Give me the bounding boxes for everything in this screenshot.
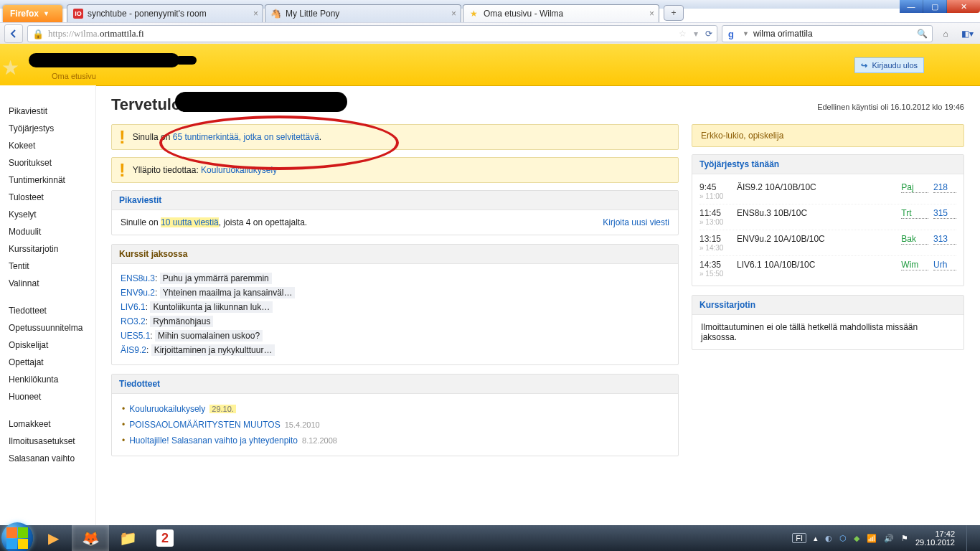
tab-synchtube[interactable]: IO synchtube - ponenyymit's room × xyxy=(67,4,263,22)
google-search-engine-icon[interactable]: g xyxy=(727,28,738,39)
sidebar-item[interactable]: Opettajat xyxy=(0,354,95,371)
start-button[interactable] xyxy=(0,525,34,551)
tray-show-hidden-icon[interactable]: ▴ xyxy=(814,534,818,543)
sidebar-item[interactable]: Suoritukset xyxy=(0,154,95,171)
schedule-end: » 14:30 xyxy=(699,244,737,252)
course-title: Yhteinen maailma ja kansainväl… xyxy=(160,287,296,298)
sidebar-item[interactable]: Lomakkeet xyxy=(0,415,95,433)
sidebar-item[interactable]: Pikaviestit xyxy=(0,103,95,120)
close-icon[interactable]: × xyxy=(451,9,456,19)
announcement-link[interactable]: Kouluruokailukysely xyxy=(129,404,205,414)
taskbar-media-player[interactable]: ▶ xyxy=(34,525,72,551)
course-code-link[interactable]: ENS8u.3 xyxy=(121,273,155,283)
sidebar-item[interactable]: Kyselyt xyxy=(0,206,95,223)
alert-admin-link[interactable]: Kouluruokailukysely xyxy=(201,165,277,175)
schedule-teacher-link[interactable]: Wim xyxy=(901,260,928,270)
sidebar-item[interactable]: Ilmoitusasetukset xyxy=(0,433,95,450)
back-button[interactable] xyxy=(4,24,23,43)
new-tab-button[interactable]: + xyxy=(664,5,684,21)
schedule-course: ENV9u.2 10A/10B/10C xyxy=(737,234,901,244)
sidebar-item[interactable]: Kurssitarjotin xyxy=(0,240,95,258)
wilma-logo-star-icon: ★ xyxy=(1,56,19,80)
tray-icon[interactable]: ◆ xyxy=(854,534,859,543)
tab-mlp[interactable]: 🐴 My Little Pony × xyxy=(265,4,461,22)
schedule-room-link[interactable]: 218 xyxy=(933,182,956,193)
tray-icon[interactable]: ◐ xyxy=(825,534,832,543)
course-code-link[interactable]: RO3.2 xyxy=(121,316,146,326)
logout-button[interactable]: ↪ Kirjaudu ulos xyxy=(854,57,924,73)
navbar: 🔒 https://wilma.orimattila.fi ☆ ▾ ⟳ g ▼ … xyxy=(0,22,980,45)
taskbar-firefox[interactable]: 🦊 xyxy=(72,525,109,551)
logout-label: Kirjaudu ulos xyxy=(872,61,918,70)
firefox-menu-button[interactable]: Firefox ▼ xyxy=(3,5,62,22)
search-icon[interactable]: 🔍 xyxy=(917,29,928,39)
schedule-end: » 15:50 xyxy=(699,270,737,278)
reload-icon[interactable]: ⟳ xyxy=(705,29,712,39)
sidebar-item[interactable]: Henkilökunta xyxy=(0,371,95,388)
sidebar-item[interactable]: Huoneet xyxy=(0,388,95,405)
tray-flag-icon[interactable]: ⚑ xyxy=(901,534,908,543)
tab-wilma[interactable]: ★ Oma etusivu - Wilma × xyxy=(463,4,659,22)
sidebar-item[interactable]: Salasanan vaihto xyxy=(0,450,95,467)
taskbar-explorer[interactable]: 📁 xyxy=(109,525,146,551)
sidebar-item[interactable]: Opetussuunnitelma xyxy=(0,319,95,336)
sidebar-item[interactable]: Moduulit xyxy=(0,223,95,240)
tray-volume-icon[interactable]: 🔊 xyxy=(884,534,894,543)
tray-icon[interactable]: ⬡ xyxy=(839,534,847,543)
arrow-left-icon xyxy=(9,29,19,39)
course-code-link[interactable]: UES5.1 xyxy=(121,331,150,341)
quickmsg-unread-link[interactable]: 10 uutta viestiä xyxy=(161,217,219,227)
course-code-link[interactable]: LIV6.1 xyxy=(121,302,146,312)
taskbar-app-gw2[interactable]: 2 xyxy=(146,525,184,551)
schedule-row: 9:45» 11:00ÄIS9.2 10A/10B/10CPaj 218 xyxy=(699,179,956,204)
sidebar-item[interactable]: Tulosteet xyxy=(0,189,95,206)
schedule-course: ÄIS9.2 10A/10B/10C xyxy=(737,182,901,192)
sidebar-item[interactable]: Työjärjestys xyxy=(0,120,95,137)
panel-courses: Kurssit jaksossa ENS8u.3: Puhu ja ymmärr… xyxy=(111,244,679,365)
input-language[interactable]: FI xyxy=(792,533,806,543)
panel-title: Tiedotteet xyxy=(112,375,678,394)
sidebar-group-3: LomakkeetIlmoitusasetuksetSalasanan vaih… xyxy=(0,415,95,467)
bookmarks-menu-button[interactable]: ◧▾ xyxy=(958,25,976,42)
course-code-link[interactable]: ÄIS9.2 xyxy=(121,345,146,355)
panel-title: Kurssit jaksossa xyxy=(112,245,678,264)
course-row: ÄIS9.2: Kirjoittaminen ja nykykulttuur… xyxy=(121,343,669,357)
schedule-teacher-link[interactable]: Paj xyxy=(901,182,928,193)
breadcrumb[interactable]: Oma etusivu xyxy=(52,72,96,80)
schedule-room-link[interactable]: 315 xyxy=(933,208,956,219)
announcement-link[interactable]: POISSAOLOMÄÄRITYSTEN MUUTOS xyxy=(129,420,280,430)
sidebar-item[interactable]: Tentit xyxy=(0,258,95,275)
dropdown-icon[interactable]: ▾ xyxy=(694,29,698,39)
sidebar-item[interactable]: Valinnat xyxy=(0,275,95,292)
schedule-end: » 13:00 xyxy=(699,218,737,226)
warning-icon: ! xyxy=(119,131,126,143)
tray-network-icon[interactable]: 📶 xyxy=(867,534,877,543)
taskbar-clock[interactable]: 17:42 29.10.2012 xyxy=(915,529,955,547)
home-button[interactable]: ⌂ xyxy=(937,25,954,42)
alert-attendance-link[interactable]: 65 tuntimerkintää, jotka on selvitettävä xyxy=(173,132,319,142)
show-desktop-button[interactable] xyxy=(966,525,976,551)
sidebar-item[interactable]: Tiedotteet xyxy=(0,302,95,319)
sidebar-item[interactable]: Opiskelijat xyxy=(0,336,95,354)
search-dropdown-icon[interactable]: ▼ xyxy=(743,30,749,37)
write-new-message-link[interactable]: Kirjoita uusi viesti xyxy=(603,217,669,227)
alert-attendance: ! Sinulla on 65 tuntimerkintää, jotka on… xyxy=(111,124,679,150)
schedule-room-link[interactable]: Urh xyxy=(933,260,956,270)
announcement-link[interactable]: Huoltajille! Salasanan vaihto ja yhteyde… xyxy=(129,435,298,446)
bookmark-star-icon[interactable]: ☆ xyxy=(679,29,687,39)
tab-title: My Little Pony xyxy=(286,9,339,19)
course-code-link[interactable]: ENV9u.2 xyxy=(121,288,155,298)
search-bar[interactable]: g ▼ wilma orimattila 🔍 xyxy=(722,25,933,42)
schedule-room-link[interactable]: 313 xyxy=(933,234,956,245)
close-icon[interactable]: × xyxy=(649,9,654,19)
media-player-icon: ▶ xyxy=(48,529,59,547)
alert-text: Sinulla on 65 tuntimerkintää, jotka on s… xyxy=(133,132,322,142)
url-bar[interactable]: 🔒 https://wilma.orimattila.fi ☆ ▾ ⟳ xyxy=(27,25,717,42)
sidebar-item[interactable]: Kokeet xyxy=(0,137,95,154)
close-icon[interactable]: × xyxy=(253,9,258,19)
sidebar-item[interactable]: Tuntimerkinnät xyxy=(0,171,95,189)
tab-title: Oma etusivu - Wilma xyxy=(484,9,563,19)
quickmsg-text: Sinulle on 10 uutta viestiä, joista 4 on… xyxy=(121,217,307,227)
schedule-teacher-link[interactable]: Trt xyxy=(901,208,928,219)
schedule-teacher-link[interactable]: Bak xyxy=(901,234,928,245)
